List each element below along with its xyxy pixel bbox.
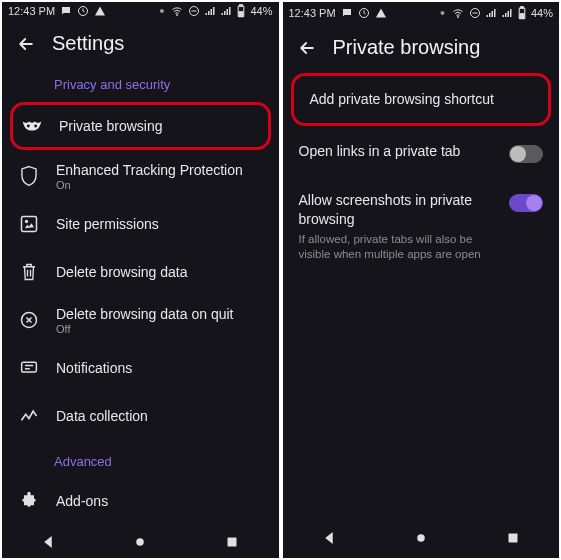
svg-point-1 [177,15,178,16]
nav-home-icon[interactable] [131,533,149,551]
battery-icon [517,6,527,20]
wifi-icon [170,5,184,17]
signal2-icon [501,7,513,19]
status-bar: 12:43 PM • 44% [2,2,279,20]
chart-icon [18,408,40,424]
row-open-private[interactable]: Open links in a private tab [283,128,560,177]
row-label: Notifications [56,360,263,376]
row-site-permissions[interactable]: Site permissions [2,200,279,248]
clock-icon [77,5,89,17]
svg-rect-21 [508,534,517,543]
app-bar: Settings [2,20,279,63]
status-time: 12:43 PM [8,5,55,17]
nav-back-icon[interactable] [320,529,338,547]
svg-point-20 [417,534,425,542]
signal2-icon [220,5,232,17]
row-delete-data[interactable]: Delete browsing data [2,248,279,296]
section-advanced: Advanced [2,440,279,477]
svg-rect-11 [22,362,37,372]
wifi-icon [451,7,465,19]
row-addons[interactable]: Add-ons [2,477,279,525]
row-label: Data collection [56,408,263,424]
page-title: Private browsing [333,36,481,59]
row-label: Allow screenshots in private browsing [299,191,498,229]
row-sub: If allowed, private tabs will also be vi… [299,232,498,263]
nav-recent-icon[interactable] [504,529,522,547]
signal-icon [204,5,216,17]
nav-back-icon[interactable] [39,533,57,551]
row-label: Add-ons [56,493,263,509]
back-icon[interactable] [297,38,317,58]
status-battery: 44% [531,7,553,19]
trash-icon [18,262,40,282]
svg-point-9 [25,220,28,223]
row-data-collection[interactable]: Data collection [2,392,279,440]
close-circle-icon [18,310,40,330]
row-label: Site permissions [56,216,263,232]
nav-bar [283,518,560,558]
page-title: Settings [52,32,124,55]
shield-icon [18,165,40,187]
row-screenshots[interactable]: Allow screenshots in private browsing If… [283,177,560,277]
row-label: Delete browsing data [56,264,263,280]
nav-bar [2,525,279,558]
row-delete-on-quit[interactable]: Delete browsing data on quit Off [2,296,279,344]
dnd-icon [188,5,200,17]
row-etp[interactable]: Enhanced Tracking Protection On [2,152,279,200]
status-battery: 44% [250,5,272,17]
message-icon [60,5,72,17]
warning-icon [94,5,106,17]
message-icon [341,7,353,19]
battery-icon [236,4,246,18]
row-sub: Off [56,323,263,335]
svg-rect-4 [240,5,243,6]
settings-screen: 12:43 PM • 44% Settings Privacy and secu… [2,2,279,558]
back-icon[interactable] [16,34,36,54]
row-notifications[interactable]: Notifications [2,344,279,392]
row-label: Private browsing [59,118,260,134]
svg-point-7 [34,125,37,128]
toggle-screenshots[interactable] [509,194,543,212]
warning-icon [375,7,387,19]
puzzle-icon [18,491,40,511]
more-notifications-icon: • [440,5,447,21]
app-bar: Private browsing [283,24,560,67]
signal-icon [485,7,497,19]
row-label: Delete browsing data on quit [56,306,263,322]
more-notifications-icon: • [160,3,167,19]
private-browsing-screen: 12:43 PM • 44% Private browsing Add priv… [283,2,560,558]
svg-rect-19 [520,14,524,18]
svg-point-12 [136,538,144,546]
toggle-open-private[interactable] [509,145,543,163]
nav-home-icon[interactable] [412,529,430,547]
section-privacy: Privacy and security [2,63,279,100]
clock-icon [358,7,370,19]
permissions-icon [18,214,40,234]
row-private-browsing[interactable]: Private browsing [10,102,271,150]
svg-rect-18 [521,7,524,8]
mask-icon [21,119,43,133]
svg-point-15 [457,17,458,18]
status-bar: 12:43 PM • 44% [283,2,560,24]
row-add-shortcut[interactable]: Add private browsing shortcut [291,73,552,126]
svg-rect-13 [228,537,237,546]
svg-point-6 [27,125,30,128]
row-label: Open links in a private tab [299,142,498,161]
nav-recent-icon[interactable] [223,533,241,551]
svg-rect-5 [239,12,243,16]
dnd-icon [469,7,481,19]
row-label: Enhanced Tracking Protection [56,162,263,178]
row-label: Add private browsing shortcut [310,90,533,109]
svg-rect-8 [22,217,37,232]
row-sub: On [56,179,263,191]
notification-icon [18,359,40,377]
status-time: 12:43 PM [289,7,336,19]
